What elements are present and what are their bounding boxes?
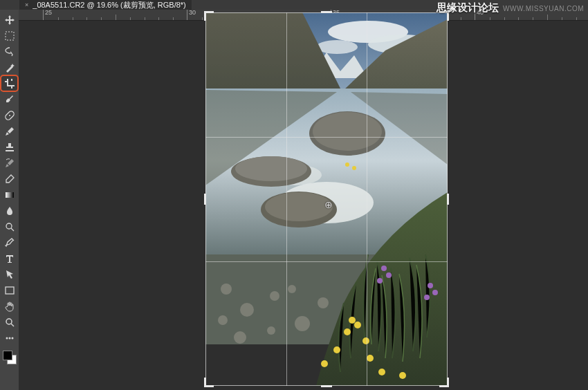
document-tab[interactable]: × _08A5511.CR2 @ 19.6% (裁剪预览, RGB/8*) — [19, 0, 192, 10]
pen-icon — [4, 237, 15, 248]
svg-rect-0 — [6, 32, 14, 40]
svg-point-51 — [352, 166, 356, 170]
move-icon — [4, 15, 15, 26]
svg-point-4 — [6, 223, 12, 229]
svg-point-9 — [11, 337, 13, 339]
eraser-icon — [4, 174, 15, 185]
eyedropper-icon — [4, 94, 15, 105]
type-icon — [4, 253, 15, 264]
svg-point-46 — [367, 355, 374, 362]
svg-point-47 — [321, 360, 328, 367]
rectangle-tool[interactable] — [1, 283, 17, 297]
svg-point-27 — [235, 156, 307, 181]
zoom-icon — [4, 317, 15, 328]
svg-point-41 — [349, 317, 356, 324]
toolbox — [0, 10, 19, 390]
zoom-tool[interactable] — [1, 315, 17, 329]
svg-rect-3 — [6, 192, 14, 198]
type-tool[interactable] — [1, 251, 17, 266]
marquee-tool[interactable] — [1, 28, 17, 43]
crop-tool[interactable] — [1, 76, 17, 91]
svg-point-13 — [316, 40, 358, 54]
blur-tool[interactable] — [1, 203, 17, 218]
svg-point-56 — [432, 290, 438, 295]
magic-wand-tool[interactable] — [1, 60, 17, 75]
svg-point-42 — [354, 322, 361, 328]
ruler-label: 25 — [45, 10, 52, 16]
svg-point-25 — [313, 112, 382, 151]
hand-tool[interactable] — [1, 299, 17, 313]
svg-point-48 — [378, 369, 385, 375]
svg-point-2 — [9, 115, 10, 116]
close-icon[interactable]: × — [25, 1, 28, 8]
gradient-tool[interactable] — [1, 187, 17, 202]
svg-point-37 — [267, 326, 275, 335]
rect-icon — [4, 285, 15, 296]
svg-point-6 — [6, 319, 12, 324]
arrow-icon — [4, 269, 15, 280]
foreground-color-swatch[interactable] — [3, 351, 12, 360]
svg-point-57 — [424, 295, 430, 300]
edit-toolbar[interactable] — [1, 331, 17, 345]
svg-point-39 — [318, 297, 329, 308]
lollipop-icon — [4, 221, 15, 232]
svg-point-54 — [377, 278, 383, 284]
marquee-icon — [4, 30, 15, 41]
brush-icon — [4, 126, 15, 137]
stamp-icon — [4, 142, 15, 153]
bandage-icon — [4, 110, 15, 121]
svg-point-35 — [295, 316, 310, 331]
svg-point-7 — [6, 337, 8, 339]
svg-point-8 — [8, 337, 10, 339]
svg-rect-5 — [6, 287, 14, 294]
hand-icon — [4, 301, 15, 312]
move-tool[interactable] — [1, 12, 17, 27]
history-brush-tool[interactable] — [1, 156, 17, 170]
landscape-photo — [205, 12, 448, 386]
canvas-area[interactable]: ⊕ — [19, 21, 588, 390]
svg-point-43 — [344, 328, 351, 335]
eyedropper-tool[interactable] — [1, 92, 17, 106]
ruler-label: 30 — [189, 10, 196, 16]
brush-tool[interactable] — [1, 124, 17, 138]
svg-point-55 — [428, 283, 433, 288]
color-swatches[interactable] — [3, 351, 17, 364]
healing-brush-tool[interactable] — [1, 108, 17, 122]
ruler-segment: 25 — [43, 10, 187, 20]
dots-icon — [4, 333, 15, 344]
document-image[interactable]: ⊕ — [205, 12, 448, 386]
drop-icon — [4, 205, 15, 216]
lasso-tool[interactable] — [1, 44, 17, 59]
eraser-tool[interactable] — [1, 171, 17, 186]
clone-stamp-tool[interactable] — [1, 140, 17, 154]
svg-point-45 — [333, 346, 340, 353]
crop-icon — [4, 78, 15, 89]
svg-point-32 — [221, 284, 232, 295]
watermark: 思缘设计论坛 WWW.MISSYUAN.COM — [437, 1, 584, 15]
dodge-tool[interactable] — [1, 219, 17, 234]
gradient-icon — [4, 189, 15, 201]
svg-point-52 — [381, 266, 387, 271]
watermark-url: WWW.MISSYUAN.COM — [503, 5, 584, 12]
history-icon — [4, 158, 15, 169]
svg-point-34 — [270, 291, 279, 301]
svg-point-50 — [345, 162, 349, 167]
svg-point-36 — [234, 331, 246, 344]
svg-point-44 — [362, 337, 369, 344]
svg-point-53 — [386, 272, 392, 278]
wand-icon — [4, 62, 15, 73]
svg-point-33 — [240, 303, 254, 317]
document-title: _08A5511.CR2 @ 19.6% (裁剪预览, RGB/8*) — [33, 0, 185, 10]
svg-point-49 — [399, 372, 406, 379]
watermark-text: 思缘设计论坛 — [437, 1, 499, 15]
svg-point-40 — [288, 285, 296, 293]
pen-tool[interactable] — [1, 235, 17, 250]
lasso-icon — [4, 46, 15, 57]
svg-point-38 — [218, 315, 228, 325]
path-select-tool[interactable] — [1, 267, 17, 281]
svg-point-29 — [265, 192, 333, 221]
